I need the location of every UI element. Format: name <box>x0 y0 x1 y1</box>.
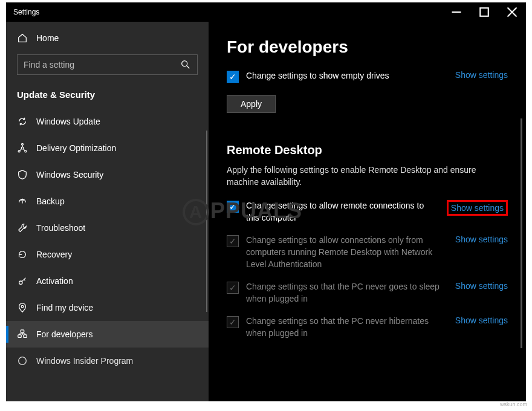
svg-point-4 <box>182 61 187 66</box>
search-box[interactable] <box>17 54 198 75</box>
sidebar-item-for-developers[interactable]: For developers <box>6 321 209 348</box>
developer-icon <box>17 329 28 340</box>
home-button[interactable]: Home <box>6 27 209 50</box>
shield-icon <box>17 169 28 180</box>
svg-point-17 <box>21 305 24 308</box>
insider-icon <box>17 355 28 366</box>
show-settings-link[interactable]: Show settings <box>455 235 508 244</box>
setting-label: Change settings so that the PC never hib… <box>246 316 448 339</box>
setting-allow-remote: ✓ Change settings to allow remote connec… <box>227 200 508 224</box>
sidebar-item-label: Windows Insider Program <box>36 356 133 366</box>
check-icon: ✓ <box>229 73 236 81</box>
setting-label: Change settings to allow connections onl… <box>246 235 448 270</box>
key-icon <box>17 276 28 286</box>
setting-no-hibernate: ✓ Change settings so that the PC never h… <box>227 316 508 339</box>
sidebar: Home Update & Security Windows Update De… <box>6 22 209 401</box>
checkbox-no-sleep[interactable]: ✓ <box>227 282 239 294</box>
checkbox-allow-remote[interactable]: ✓ <box>227 201 239 213</box>
sidebar-scrollbar[interactable] <box>206 131 207 312</box>
setting-no-sleep: ✓ Change settings so that the PC never g… <box>227 281 508 305</box>
sidebar-item-activation[interactable]: Activation <box>6 268 209 294</box>
sidebar-item-label: Activation <box>36 276 73 286</box>
sync-icon <box>17 116 28 127</box>
sidebar-item-label: Backup <box>36 196 65 206</box>
maximize-button[interactable] <box>470 2 498 22</box>
svg-line-12 <box>23 149 25 150</box>
page-title: For developers <box>227 37 508 57</box>
checkbox-nla[interactable]: ✓ <box>227 235 239 247</box>
sidebar-item-label: Windows Update <box>36 117 100 126</box>
setting-label: Change settings to show empty drives <box>246 70 448 82</box>
svg-line-16 <box>24 279 25 280</box>
search-input[interactable] <box>24 60 180 70</box>
show-settings-link[interactable]: Show settings <box>455 281 508 291</box>
sidebar-item-recovery[interactable]: Recovery <box>6 241 209 268</box>
svg-point-6 <box>21 147 24 149</box>
svg-point-9 <box>22 143 24 145</box>
svg-line-15 <box>22 278 25 282</box>
sidebar-item-label: Find my device <box>36 303 93 312</box>
close-icon <box>507 7 517 18</box>
minimize-icon <box>451 7 462 18</box>
delivery-icon <box>17 143 28 154</box>
footer-attribution: wskun.com <box>500 401 527 407</box>
settings-window: Settings Home <box>6 2 526 401</box>
minimize-button[interactable] <box>443 2 470 22</box>
sidebar-item-windows-security[interactable]: Windows Security <box>6 161 209 188</box>
sidebar-item-windows-update[interactable]: Windows Update <box>6 108 209 135</box>
setting-nla: ✓ Change settings to allow connections o… <box>227 235 508 270</box>
check-icon: ✓ <box>229 318 236 326</box>
svg-rect-20 <box>18 335 21 338</box>
sidebar-item-label: Recovery <box>36 250 72 259</box>
maximize-icon <box>479 7 490 18</box>
svg-rect-21 <box>24 335 27 338</box>
setting-label: Change settings to allow remote connecti… <box>246 200 440 224</box>
sidebar-item-label: Troubleshoot <box>36 223 85 233</box>
svg-line-11 <box>20 149 22 150</box>
show-settings-link-highlighted[interactable]: Show settings <box>447 200 508 216</box>
sidebar-item-find-my-device[interactable]: Find my device <box>6 294 209 321</box>
svg-rect-18 <box>21 330 24 333</box>
window-body: Home Update & Security Windows Update De… <box>6 22 526 401</box>
svg-line-5 <box>187 66 190 69</box>
location-icon <box>17 302 28 313</box>
sidebar-item-label: For developers <box>36 329 92 339</box>
sidebar-item-windows-insider[interactable]: Windows Insider Program <box>6 348 209 374</box>
setting-label: Change settings so that the PC never goe… <box>246 281 448 305</box>
checkbox-empty-drives[interactable]: ✓ <box>227 71 239 83</box>
sidebar-item-delivery-optimization[interactable]: Delivery Optimization <box>6 135 209 161</box>
setting-empty-drives: ✓ Change settings to show empty drives S… <box>227 70 508 83</box>
checkbox-no-hibernate[interactable]: ✓ <box>227 316 239 328</box>
wrench-icon <box>17 222 28 233</box>
window-title: Settings <box>13 8 443 16</box>
check-icon: ✓ <box>229 202 236 211</box>
sidebar-item-label: Delivery Optimization <box>36 143 116 153</box>
sidebar-item-troubleshoot[interactable]: Troubleshoot <box>6 215 209 241</box>
content-scrollbar[interactable] <box>521 118 522 348</box>
check-icon: ✓ <box>229 237 236 245</box>
show-settings-link[interactable]: Show settings <box>455 316 508 325</box>
section-description: Apply the following settings to enable R… <box>227 164 508 188</box>
show-settings-link[interactable]: Show settings <box>455 70 508 80</box>
section-heading: Update & Security <box>6 83 209 108</box>
check-icon: ✓ <box>229 283 236 292</box>
svg-rect-1 <box>480 8 488 16</box>
backup-icon <box>17 196 28 207</box>
content-pane: For developers ✓ Change settings to show… <box>209 22 526 401</box>
apply-button-1[interactable]: Apply <box>227 95 276 113</box>
close-button[interactable] <box>498 2 526 22</box>
nav-list: Windows Update Delivery Optimization Win… <box>6 108 209 401</box>
sidebar-item-backup[interactable]: Backup <box>6 188 209 215</box>
sidebar-item-label: Windows Security <box>36 170 103 180</box>
titlebar: Settings <box>6 2 526 22</box>
window-controls <box>443 2 526 22</box>
svg-point-25 <box>19 357 27 365</box>
search-icon <box>180 59 191 70</box>
home-label: Home <box>36 33 59 43</box>
section-heading-remote-desktop: Remote Desktop <box>227 143 508 157</box>
recovery-icon <box>17 249 28 260</box>
home-icon <box>17 33 28 44</box>
